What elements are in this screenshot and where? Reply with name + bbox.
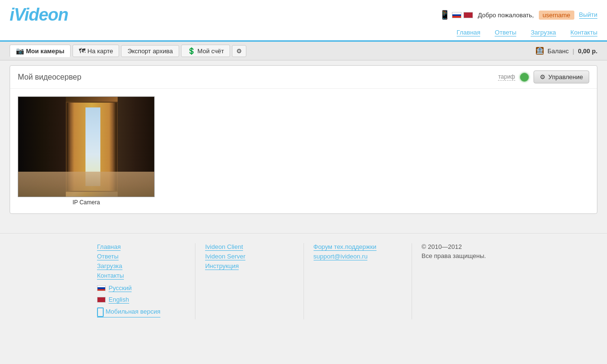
footer-home-link[interactable]: Главная (97, 243, 121, 251)
tab-on-map[interactable]: 🗺 На карте (73, 45, 119, 57)
tab-my-cameras[interactable]: 📷 Мои камеры (10, 45, 71, 57)
nav-contacts[interactable]: Контакты (571, 29, 597, 36)
server-controls: тариф ⚙ Управление (498, 70, 589, 83)
lang-ru-link[interactable]: Русский (109, 284, 132, 292)
footer-col-support: Форум тех.поддержки support@ivideon.ru (304, 243, 412, 319)
gear-manage-icon: ⚙ (540, 73, 546, 81)
lang-flags: 📱 (439, 10, 473, 20)
video-server-title: Мой видеосервер (18, 73, 81, 82)
tarif-label[interactable]: тариф (498, 73, 515, 81)
nav-download[interactable]: Загрузка (531, 29, 556, 36)
username-badge: username (539, 11, 574, 20)
footer-lang-ru: Русский (97, 284, 185, 292)
mobile-version-link[interactable]: Мобильная версия (97, 307, 160, 317)
camera-card[interactable]: IP Camera (18, 96, 155, 206)
header-nav: Главная Ответы Загрузка Контакты (10, 27, 597, 40)
map-tab-icon: 🗺 (79, 47, 85, 55)
header: iVideon 📱 Добро пожаловать, username Вый… (0, 0, 607, 42)
footer-rights: Все права защищены. (422, 252, 510, 259)
nav-right: 📱 Добро пожаловать, username Выйти (439, 10, 597, 20)
video-server-panel: Мой видеосервер тариф ⚙ Управление (10, 65, 597, 214)
flag-ru-header[interactable] (452, 12, 461, 18)
main: Мой видеосервер тариф ⚙ Управление (0, 60, 607, 223)
header-top: iVideon 📱 Добро пожаловать, username Вый… (10, 0, 597, 27)
footer-forum-link[interactable]: Форум тех.поддержки (314, 243, 376, 251)
settings-tab[interactable]: ⚙ (232, 45, 246, 57)
footer-lang-en: English (97, 296, 185, 304)
dollar-tab-icon: 💲 (187, 47, 195, 55)
footer-answers-link[interactable]: Ответы (97, 253, 119, 260)
phone-icon: 📱 (439, 10, 450, 20)
camera-thumbnail (18, 96, 155, 197)
tab-export-archive[interactable]: Экспорт архива (121, 45, 179, 57)
welcome-text: Добро пожаловать, (478, 12, 534, 19)
balance-area: 🏦 Баланс | 0,00 р. (536, 47, 597, 55)
camera-scene (18, 97, 154, 197)
footer-col-products: Ivideon Client Ivideon Server Инструкция (195, 243, 304, 319)
flag-us-footer (97, 297, 106, 303)
nav-answers[interactable]: Ответы (495, 29, 516, 36)
tabs-bar: 📷 Мои камеры 🗺 На карте Экспорт архива 💲… (0, 42, 607, 60)
footer: Главная Ответы Загрузка Контакты Русский… (0, 233, 607, 329)
balance-label: Баланс (547, 47, 569, 55)
manage-button[interactable]: ⚙ Управление (534, 70, 589, 83)
scene-floor (18, 172, 154, 197)
logo[interactable]: iVideon (10, 5, 68, 25)
flag-us-header[interactable] (463, 12, 473, 18)
camera-label: IP Camera (73, 199, 100, 206)
footer-col-copyright: © 2010—2012 Все права защищены. (412, 243, 520, 319)
footer-client-link[interactable]: Ivideon Client (205, 243, 243, 251)
mobile-icon (97, 307, 104, 317)
video-server-header: Мой видеосервер тариф ⚙ Управление (10, 66, 597, 89)
camera-content: IP Camera (10, 89, 597, 213)
lang-en-link[interactable]: English (109, 296, 129, 304)
footer-copyright: © 2010—2012 (422, 243, 510, 250)
balance-amount: 0,00 р. (578, 47, 597, 55)
footer-server-link[interactable]: Ivideon Server (205, 253, 245, 260)
tab-my-account[interactable]: 💲 Мой счёт (181, 45, 230, 57)
footer-lang-section: Русский English (97, 284, 185, 304)
camera-tab-icon: 📷 (16, 47, 24, 55)
nav-home[interactable]: Главная (457, 29, 480, 36)
logout-link[interactable]: Выйти (579, 11, 598, 19)
footer-download-link[interactable]: Загрузка (97, 262, 122, 270)
footer-contacts-link[interactable]: Контакты (97, 272, 124, 280)
balance-icon: 🏦 (536, 47, 544, 55)
footer-manual-link[interactable]: Инструкция (205, 262, 239, 270)
gear-settings-icon: ⚙ (236, 47, 242, 55)
footer-email-link[interactable]: support@ivideon.ru (314, 253, 368, 260)
footer-col-links: Главная Ответы Загрузка Контакты Русский… (87, 243, 195, 319)
status-dot-online (520, 73, 529, 82)
flag-ru-footer (97, 285, 106, 291)
footer-inner: Главная Ответы Загрузка Контакты Русский… (87, 243, 520, 319)
